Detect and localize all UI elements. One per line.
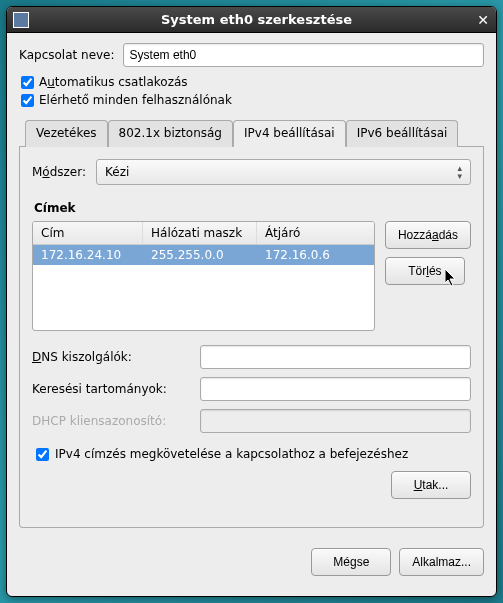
dhcp-client-id-input: [200, 409, 471, 433]
tab-ipv6[interactable]: IPv6 beállításai: [346, 120, 459, 147]
auto-connect-checkbox[interactable]: [21, 76, 34, 89]
dhcp-client-id-label: DHCP kliensazonosító:: [32, 414, 200, 428]
routes-button[interactable]: Utak...: [391, 471, 471, 499]
auto-connect-row: Automatikus csatlakozás: [21, 75, 484, 89]
addresses-table[interactable]: Cím Hálózati maszk Átjáró 172.16.24.10 2…: [32, 221, 375, 331]
content-area: Kapcsolat neve: Automatikus csatlakozás …: [7, 33, 496, 538]
require-ipv4-row: IPv4 címzés megkövetelése a kapcsolathoz…: [36, 447, 471, 461]
available-all-label: Elérhető minden felhasználónak: [39, 93, 232, 107]
extra-fields: DNS kiszolgálók: Keresési tartományok: D…: [32, 345, 471, 441]
require-ipv4-checkbox[interactable]: [36, 448, 49, 461]
method-value: Kézi: [105, 165, 129, 179]
table-header: Cím Hálózati maszk Átjáró: [33, 222, 374, 245]
tab-wired[interactable]: Vezetékes: [25, 120, 108, 147]
connection-name-label: Kapcsolat neve:: [19, 48, 115, 62]
addresses-area: Cím Hálózati maszk Átjáró 172.16.24.10 2…: [32, 221, 471, 331]
connection-name-row: Kapcsolat neve:: [19, 43, 484, 67]
search-domains-input[interactable]: [200, 377, 471, 401]
apply-button[interactable]: Alkalmaz...: [399, 548, 484, 576]
search-domains-label: Keresési tartományok:: [32, 382, 200, 396]
window-title: System eth0 szerkesztése: [37, 12, 476, 27]
tab-security[interactable]: 802.1x biztonság: [108, 120, 233, 147]
cell-address: 172.16.24.10: [33, 245, 143, 265]
tab-ipv4[interactable]: IPv4 beállításai: [233, 120, 346, 147]
dns-input[interactable]: [200, 345, 471, 369]
close-icon[interactable]: ✕: [476, 12, 490, 28]
app-icon: [13, 12, 29, 28]
address-buttons: Hozzáadás Törlés: [385, 221, 471, 331]
addresses-label: Címek: [34, 201, 471, 215]
ipv4-panel: Módszer: Kézi ▴▾ Címek Cím Hálózati masz…: [19, 147, 484, 528]
col-address[interactable]: Cím: [33, 222, 143, 244]
tab-bar: Vezetékes 802.1x biztonság IPv4 beállítá…: [19, 119, 484, 147]
method-combo[interactable]: Kézi ▴▾: [96, 159, 471, 185]
require-ipv4-label: IPv4 címzés megkövetelése a kapcsolathoz…: [55, 447, 408, 461]
dialog-window: System eth0 szerkesztése ✕ Kapcsolat nev…: [6, 6, 497, 597]
cell-netmask: 255.255.0.0: [143, 245, 257, 265]
cursor-icon: [445, 269, 459, 289]
available-all-checkbox[interactable]: [21, 94, 34, 107]
method-row: Módszer: Kézi ▴▾: [32, 159, 471, 185]
table-row[interactable]: 172.16.24.10 255.255.0.0 172.16.0.6: [33, 245, 374, 265]
cancel-button[interactable]: Mégse: [311, 548, 391, 576]
titlebar[interactable]: System eth0 szerkesztése ✕: [7, 7, 496, 33]
add-button[interactable]: Hozzáadás: [385, 221, 471, 249]
routes-row: Utak...: [32, 471, 471, 507]
dns-label: DNS kiszolgálók:: [32, 350, 200, 364]
col-netmask[interactable]: Hálózati maszk: [143, 222, 257, 244]
auto-connect-label: Automatikus csatlakozás: [39, 75, 188, 89]
connection-name-input[interactable]: [123, 43, 484, 67]
dialog-footer: Mégse Alkalmaz...: [7, 538, 496, 596]
available-all-row: Elérhető minden felhasználónak: [21, 93, 484, 107]
col-gateway[interactable]: Átjáró: [257, 222, 374, 244]
svg-marker-0: [445, 269, 455, 286]
cell-gateway: 172.16.0.6: [257, 245, 374, 265]
chevron-updown-icon: ▴▾: [457, 164, 462, 180]
method-label: Módszer:: [32, 165, 86, 179]
